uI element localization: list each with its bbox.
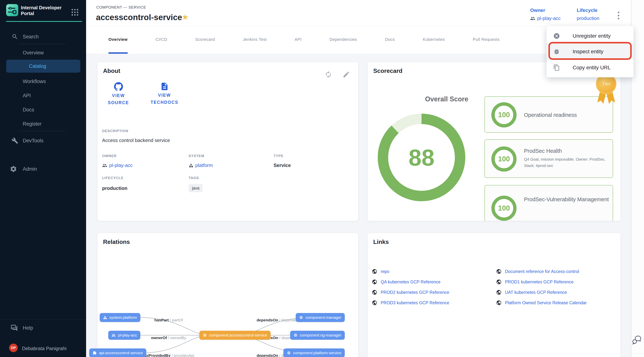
copy-icon <box>553 64 560 71</box>
system-icon <box>188 163 194 168</box>
sidebar-item-help[interactable]: Help <box>0 323 86 333</box>
sidebar-item-overview[interactable]: Overview <box>0 48 86 58</box>
overall-score-donut: 88 <box>378 114 465 201</box>
tab-dependencies[interactable]: Dependencies <box>330 27 357 54</box>
relations-heading: Relations <box>103 238 130 246</box>
unregister-icon <box>553 32 560 39</box>
relation-node-pl-play-acc[interactable]: pl-play-acc <box>108 331 140 340</box>
entity-context-menu: Unregister entity Inspect entity Copy en… <box>546 26 634 77</box>
relation-node-component-accesscontrol-service[interactable]: component:accesscontrol-service <box>200 331 270 340</box>
entity-context-menu-button[interactable] <box>616 11 621 20</box>
user-name[interactable]: Debabrata Panigrahi <box>22 346 66 352</box>
sidebar-item-label: Workflows <box>23 79 46 84</box>
tab-overview[interactable]: Overview <box>108 27 128 54</box>
check-title: ProdSec Health <box>524 147 610 155</box>
tier-badge-label: Tier <box>602 81 610 87</box>
menu-item-unregister-entity[interactable]: Unregister entity <box>546 28 634 44</box>
scorecard-card: Scorecard Overall Score 88 100 Operation… <box>368 62 620 221</box>
techdocs-icon <box>160 82 169 91</box>
globe-icon <box>496 300 502 306</box>
view-techdocs-link[interactable]: VIEW TECHDOCS <box>142 82 186 106</box>
edge-label: hasPart / partOf <box>135 318 202 322</box>
tab-kubernetes[interactable]: Kubernetes <box>423 27 445 54</box>
internal-developer-portal-app: Internal Developer Portal Search Overvie… <box>0 0 644 357</box>
tag-chip-java[interactable]: java <box>188 184 203 192</box>
sidebar-item-api[interactable]: API <box>0 90 86 101</box>
sidebar-item-workflows[interactable]: Workflows <box>0 76 86 87</box>
tab-pull-requests[interactable]: Pull Requests <box>473 27 500 54</box>
check-score-ring: 100 <box>492 146 516 172</box>
sidebar-item-register[interactable]: Register <box>0 119 86 129</box>
system-link[interactable]: platform <box>188 162 213 168</box>
scorecard-check-card[interactable]: 100 Operational readiness <box>484 96 613 133</box>
description-value: Access control backend service <box>102 138 170 143</box>
view-source-label: VIEW <box>102 92 135 99</box>
tab-cicd[interactable]: CI/CD <box>156 27 167 54</box>
sidebar-accent-rule <box>6 21 82 22</box>
check-title: Operational readiness <box>524 111 610 119</box>
scorecard-check-card[interactable]: 100 ProdSec Health Q4 Goal, mission impo… <box>484 139 613 178</box>
link-repo[interactable]: repo <box>372 269 389 274</box>
relation-node-component-manager[interactable]: component:manager <box>296 313 345 322</box>
system-icon <box>103 316 107 320</box>
menu-item-inspect-entity[interactable]: Inspect entity <box>546 43 634 60</box>
tab-api[interactable]: API <box>294 27 302 54</box>
about-owner-link[interactable]: pl-play-acc <box>102 162 133 168</box>
sidebar-divider <box>0 319 86 320</box>
link-document-reference[interactable]: Document reference for Access-control <box>496 269 579 274</box>
api-icon <box>92 351 97 355</box>
owner-link[interactable]: pl-play-acc <box>530 16 561 21</box>
check-score-ring: 100 <box>492 196 516 221</box>
type-value: Service <box>274 162 291 168</box>
sidebar-item-catalog[interactable]: Catalog <box>6 60 80 73</box>
refresh-icon[interactable] <box>324 71 332 78</box>
sidebar: Internal Developer Portal Search Overvie… <box>0 0 86 357</box>
relation-node-component-platform-service[interactable]: component:platform-service <box>284 348 345 357</box>
component-icon <box>203 333 207 337</box>
sidebar-item-label: Admin <box>23 166 37 172</box>
page-title: accesscontrol-service <box>96 13 182 22</box>
link-prod1-kubernetes[interactable]: PROD1 kubernetes GCP Reference <box>496 279 574 285</box>
link-prod2-kubernetes[interactable]: PROD2 kubernetes GCP Reference <box>372 290 449 295</box>
edit-icon[interactable] <box>342 71 350 78</box>
sidebar-item-label: Register <box>23 121 42 127</box>
portal-logo[interactable] <box>6 4 18 16</box>
relation-node-system-platform[interactable]: system:platform <box>100 313 140 322</box>
tab-jenkins-test[interactable]: Jenkins Test <box>243 27 267 54</box>
sidebar-item-label: API <box>23 93 31 98</box>
globe-icon <box>496 290 502 295</box>
link-release-calendar[interactable]: Platform Owned Service Release Calendar <box>496 300 586 306</box>
edge-label: ownerOf / ownedBy <box>135 336 202 340</box>
relation-node-api-accesscontrol-service[interactable]: api:accesscontrol-service <box>89 348 146 357</box>
check-score-ring: 100 <box>492 102 516 128</box>
menu-item-copy-entity-url[interactable]: Copy entity URL <box>546 59 634 76</box>
sidebar-item-label: Search <box>23 34 39 40</box>
about-owner-label: OWNER <box>102 154 117 158</box>
tab-scorecard[interactable]: Scorecard <box>195 27 215 54</box>
sidebar-item-admin[interactable]: Admin <box>0 164 86 174</box>
sidebar-divider <box>18 131 66 131</box>
link-uat-kubernetes[interactable]: UAT kubernetes GCP Reference <box>496 290 567 295</box>
user-avatar[interactable]: DP <box>9 344 18 352</box>
overall-score-label: Overall Score <box>400 95 493 103</box>
sidebar-item-devtools[interactable]: DevTools <box>0 136 86 146</box>
lifecycle-label: Lifecycle <box>577 8 599 13</box>
entity-kind-breadcrumb: COMPONENT — SERVICE <box>96 5 146 10</box>
sidebar-item-docs[interactable]: Docs <box>0 104 86 115</box>
github-icon <box>114 82 123 91</box>
link-prod3-kubernetes[interactable]: PROD3 kubernetes GCP Reference <box>372 300 449 306</box>
sidebar-item-label: Help <box>23 325 33 331</box>
globe-icon <box>372 300 377 306</box>
view-source-link[interactable]: VIEW SOURCE <box>102 82 135 106</box>
component-icon <box>294 333 298 337</box>
sidebar-item-label: Docs <box>23 107 34 113</box>
favorite-star-icon[interactable]: ★ <box>182 13 189 21</box>
portal-title: Internal Developer Portal <box>21 5 69 16</box>
relation-node-component-ng-manager[interactable]: component:ng-manager <box>290 331 345 340</box>
tab-docs[interactable]: Docs <box>385 27 395 54</box>
scorecard-check-card[interactable]: 100 ProdSec-Vulnerability Management <box>484 185 613 221</box>
sidebar-item-search[interactable]: Search <box>0 32 86 42</box>
chat-feedback-button[interactable] <box>632 334 642 345</box>
apps-grid-icon[interactable] <box>72 9 79 16</box>
link-qa-kubernetes[interactable]: QA kubernetes GCP Reference <box>372 279 440 285</box>
